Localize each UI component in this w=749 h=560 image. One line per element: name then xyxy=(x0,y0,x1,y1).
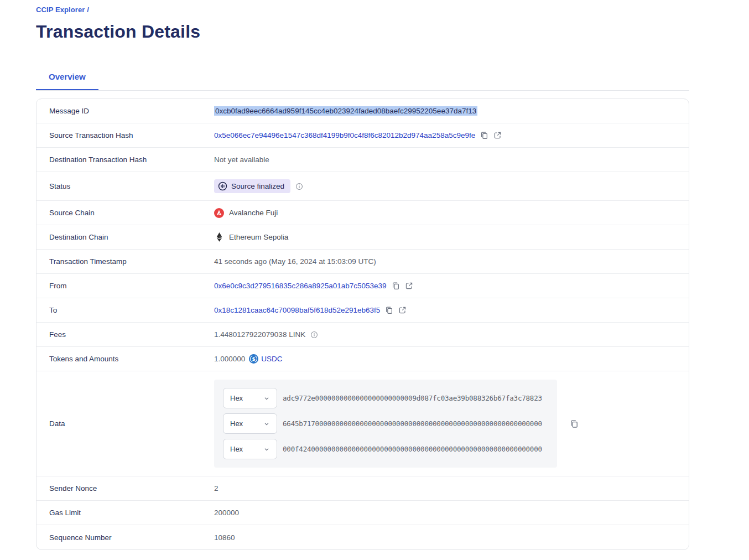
data-hex-box: Hex adc9772e0000000000000000000000009d08… xyxy=(214,380,557,468)
timestamp-value: 41 seconds ago (May 16, 2024 at 15:03:09… xyxy=(214,257,376,266)
data-line: Hex 6645b7170000000000000000000000000000… xyxy=(223,413,548,434)
ethereum-icon xyxy=(214,232,224,242)
to-address-link[interactable]: 0x18c1281caac64c70098baf5f618d52e291eb63… xyxy=(214,306,380,314)
status-badge-text: Source finalized xyxy=(231,182,284,190)
row-from: From 0x6e0c9c3d279516835c286a8925a01ab7c… xyxy=(37,274,689,298)
hex-format-value: Hex xyxy=(230,445,243,453)
sender-nonce-label: Sender Nonce xyxy=(37,484,214,492)
message-id-value: 0xcb0fad9eec6664ad959f145cc4eb023924fade… xyxy=(214,106,477,116)
status-badge: Source finalized xyxy=(214,179,290,193)
data-label: Data xyxy=(37,419,214,428)
row-status: Status Source finalized xyxy=(37,172,689,201)
info-icon[interactable] xyxy=(310,331,318,339)
avalanche-icon xyxy=(214,208,224,218)
token-symbol: USDC xyxy=(261,355,282,363)
status-pulse-icon xyxy=(218,182,227,191)
dest-tx-hash-label: Destination Transaction Hash xyxy=(37,155,214,164)
row-timestamp: Transaction Timestamp 41 seconds ago (Ma… xyxy=(37,250,689,274)
to-label: To xyxy=(37,306,214,314)
copy-icon[interactable] xyxy=(570,419,579,428)
hex-format-value: Hex xyxy=(230,419,243,428)
data-hex-value: 000f424000000000000000000000000000000000… xyxy=(283,445,542,453)
chevron-down-icon xyxy=(263,446,270,453)
transaction-details-card: Message ID 0xcb0fad9eec6664ad959f145cc4e… xyxy=(36,98,689,550)
hex-format-select[interactable]: Hex xyxy=(223,439,277,459)
hex-format-select[interactable]: Hex xyxy=(223,388,277,408)
row-tokens-amounts: Tokens and Amounts 1.000000 $ USDC xyxy=(37,347,689,371)
fees-label: Fees xyxy=(37,330,214,339)
row-dest-tx-hash: Destination Transaction Hash Not yet ava… xyxy=(37,148,689,172)
dest-tx-hash-value: Not yet available xyxy=(214,155,269,164)
gas-limit-label: Gas Limit xyxy=(37,509,214,517)
row-source-chain: Source Chain Avalanche Fuji xyxy=(37,201,689,225)
external-link-icon[interactable] xyxy=(493,131,502,139)
info-icon[interactable] xyxy=(295,183,303,190)
row-source-tx-hash: Source Transaction Hash 0x5e066ec7e94496… xyxy=(37,123,689,148)
sequence-number-value: 10860 xyxy=(214,533,235,542)
row-sequence-number: Sequence Number 10860 xyxy=(37,525,689,549)
source-chain-value: Avalanche Fuji xyxy=(229,209,278,217)
data-hex-value: adc9772e0000000000000000000000009d087fc0… xyxy=(283,394,542,402)
row-dest-chain: Destination Chain Ethereum Sepolia xyxy=(37,225,689,250)
message-id-label: Message ID xyxy=(37,107,214,115)
page-title: Transaction Details xyxy=(36,22,689,42)
dest-chain-value: Ethereum Sepolia xyxy=(229,233,288,241)
token-amount: 1.000000 xyxy=(214,355,245,363)
sender-nonce-value: 2 xyxy=(214,484,219,492)
row-gas-limit: Gas Limit 200000 xyxy=(37,501,689,525)
from-label: From xyxy=(37,282,214,290)
external-link-icon[interactable] xyxy=(398,306,407,314)
breadcrumb-ccip-explorer-link[interactable]: CCIP Explorer xyxy=(36,6,85,14)
token-link[interactable]: $ USDC xyxy=(249,354,282,364)
timestamp-label: Transaction Timestamp xyxy=(37,257,214,266)
transaction-details-page: CCIP Explorer / Transaction Details Over… xyxy=(0,0,689,550)
row-data: Data Hex adc9772e00000000000000000000000… xyxy=(37,371,689,476)
copy-icon[interactable] xyxy=(480,131,488,139)
chevron-down-icon xyxy=(263,395,270,402)
row-sender-nonce: Sender Nonce 2 xyxy=(37,476,689,501)
dest-chain-label: Destination Chain xyxy=(37,233,214,241)
data-line: Hex 000f42400000000000000000000000000000… xyxy=(223,439,548,459)
source-tx-hash-label: Source Transaction Hash xyxy=(37,131,214,139)
chevron-down-icon xyxy=(263,421,270,427)
hex-format-value: Hex xyxy=(230,394,243,402)
row-message-id: Message ID 0xcb0fad9eec6664ad959f145cc4e… xyxy=(37,99,689,123)
copy-icon[interactable] xyxy=(385,306,393,314)
tab-bar: Overview xyxy=(36,66,689,91)
tokens-amounts-label: Tokens and Amounts xyxy=(37,355,214,363)
sequence-number-label: Sequence Number xyxy=(37,533,214,542)
row-fees: Fees 1.4480127922079038 LINK xyxy=(37,323,689,347)
fees-value: 1.4480127922079038 LINK xyxy=(214,330,305,339)
svg-text:$: $ xyxy=(252,356,256,362)
source-tx-hash-link[interactable]: 0x5e066ec7e94496e1547c368df4199b9f0c4f8f… xyxy=(214,131,475,139)
copy-icon[interactable] xyxy=(392,282,400,290)
source-chain-label: Source Chain xyxy=(37,209,214,217)
status-label: Status xyxy=(37,182,214,190)
data-hex-value: 6645b71700000000000000000000000000000000… xyxy=(283,419,542,428)
breadcrumb-separator: / xyxy=(85,6,89,14)
usdc-icon: $ xyxy=(249,354,258,364)
external-link-icon[interactable] xyxy=(405,282,413,290)
data-line: Hex adc9772e0000000000000000000000009d08… xyxy=(223,388,548,408)
breadcrumb: CCIP Explorer / xyxy=(36,6,689,14)
gas-limit-value: 200000 xyxy=(214,509,239,517)
from-address-link[interactable]: 0x6e0c9c3d279516835c286a8925a01ab7c5053e… xyxy=(214,282,387,290)
tab-overview[interactable]: Overview xyxy=(36,66,98,90)
row-to: To 0x18c1281caac64c70098baf5f618d52e291e… xyxy=(37,298,689,323)
hex-format-select[interactable]: Hex xyxy=(223,413,277,434)
